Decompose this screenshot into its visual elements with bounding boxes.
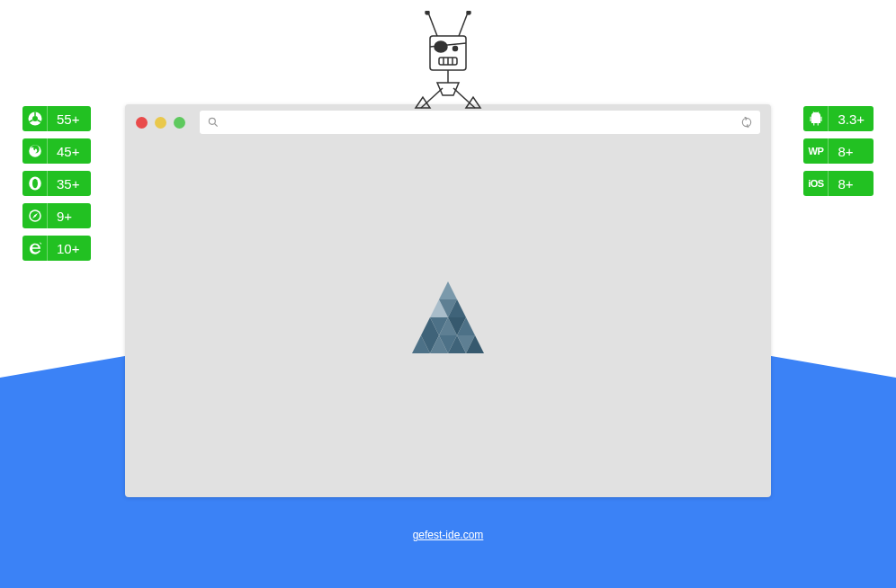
svg-point-8 bbox=[435, 41, 447, 52]
badge-ie: 10+ bbox=[22, 236, 91, 261]
badge-label: 45+ bbox=[48, 138, 91, 164]
svg-point-4 bbox=[426, 11, 429, 14]
browser-support-left: 55+ 45+ 35+ 9+ 10+ bbox=[22, 106, 91, 261]
badge-label: 8+ bbox=[829, 171, 872, 196]
badge-label: 35+ bbox=[48, 171, 91, 196]
svg-point-21 bbox=[32, 179, 38, 189]
window-close-dot[interactable] bbox=[136, 117, 148, 129]
firefox-icon bbox=[22, 138, 48, 164]
browser-mockup bbox=[125, 104, 771, 497]
ios-icon: iOS bbox=[803, 171, 829, 196]
robot-mascot bbox=[394, 11, 502, 115]
badge-opera: 35+ bbox=[22, 171, 91, 196]
svg-line-16 bbox=[453, 88, 475, 108]
svg-line-5 bbox=[459, 13, 468, 36]
window-minimize-dot[interactable] bbox=[155, 117, 166, 129]
svg-point-9 bbox=[453, 47, 458, 51]
svg-line-3 bbox=[428, 13, 437, 36]
footer-link[interactable]: gefest-ide.com bbox=[413, 529, 484, 541]
triangle-logo bbox=[408, 281, 488, 357]
badge-label: 55+ bbox=[48, 106, 91, 131]
badge-label: 9+ bbox=[48, 203, 91, 228]
refresh-icon[interactable] bbox=[740, 116, 753, 129]
android-icon bbox=[803, 106, 829, 131]
badge-label: 8+ bbox=[829, 138, 872, 164]
chrome-icon bbox=[22, 106, 48, 131]
badge-label: 10+ bbox=[48, 236, 91, 261]
wp-icon: WP bbox=[803, 138, 829, 164]
badge-windows-phone: WP 8+ bbox=[803, 138, 874, 164]
browser-viewport bbox=[125, 140, 771, 497]
svg-line-15 bbox=[421, 88, 443, 108]
url-input[interactable] bbox=[220, 116, 740, 129]
svg-marker-26 bbox=[439, 281, 457, 299]
window-maximize-dot[interactable] bbox=[174, 117, 185, 129]
svg-point-18 bbox=[32, 116, 38, 121]
badge-chrome: 55+ bbox=[22, 106, 91, 131]
svg-point-6 bbox=[467, 11, 470, 14]
safari-icon bbox=[22, 203, 48, 228]
badge-firefox: 45+ bbox=[22, 138, 91, 164]
ie-icon bbox=[22, 236, 48, 261]
badge-label: 3.3+ bbox=[829, 106, 874, 131]
opera-icon bbox=[22, 171, 48, 196]
svg-point-24 bbox=[209, 118, 215, 124]
search-icon bbox=[207, 116, 220, 129]
badge-safari: 9+ bbox=[22, 203, 91, 228]
badge-android: 3.3+ bbox=[803, 106, 874, 131]
platform-support-right: 3.3+ WP 8+ iOS 8+ bbox=[803, 106, 874, 196]
badge-ios: iOS 8+ bbox=[803, 171, 874, 196]
svg-line-25 bbox=[215, 124, 218, 127]
